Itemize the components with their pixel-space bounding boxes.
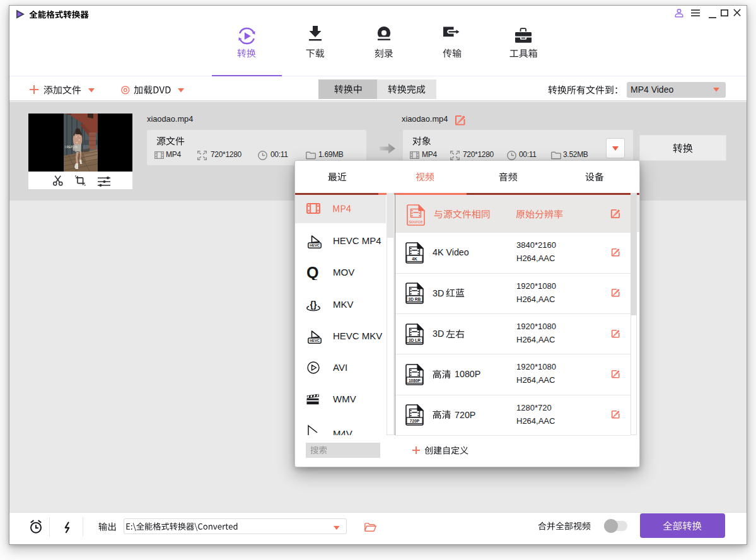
svg-text:4K: 4K [412, 256, 417, 260]
svg-text:Q: Q [307, 266, 318, 280]
svg-text:HEVC: HEVC [310, 243, 320, 247]
svg-text:3D RB: 3D RB [409, 297, 421, 301]
svg-text:{}: {} [310, 300, 317, 310]
svg-text:I REP 2%: I REP 2% [65, 146, 78, 149]
svg-text:720P: 720P [410, 419, 420, 423]
svg-text:1080P: 1080P [409, 378, 421, 382]
svg-text:source: source [409, 219, 422, 225]
svg-text:HEVC: HEVC [310, 339, 320, 342]
svg-text:3D LR: 3D LR [409, 337, 421, 342]
